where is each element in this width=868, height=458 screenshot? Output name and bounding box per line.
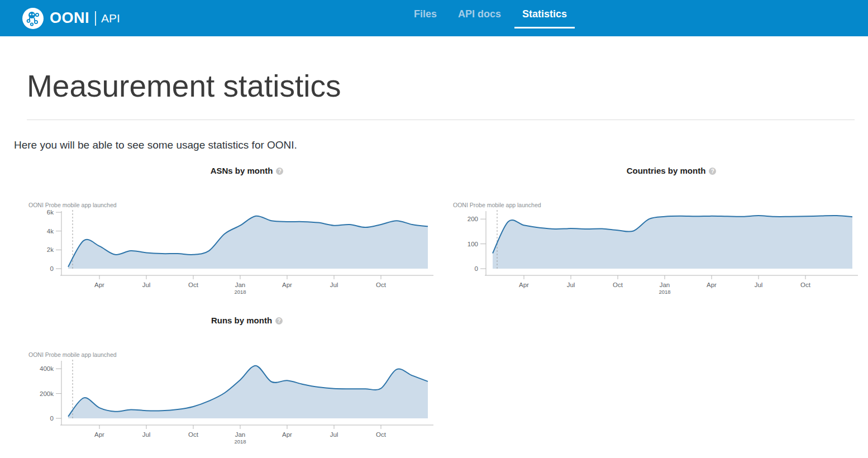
countries-chart-plot[interactable]: 0100200AprJulOctJan2018AprJulOctOONI Pro… <box>425 190 866 302</box>
svg-text:Apr: Apr <box>707 282 717 288</box>
nav-statistics[interactable]: Statistics <box>514 0 575 28</box>
brand-text: OONI <box>50 0 89 36</box>
svg-text:400k: 400k <box>40 365 54 372</box>
svg-text:Jul: Jul <box>142 431 151 438</box>
svg-text:Oct: Oct <box>188 282 199 288</box>
svg-text:Apr: Apr <box>94 282 104 288</box>
help-icon[interactable]: ? <box>275 317 283 325</box>
svg-text:Oct: Oct <box>188 431 199 438</box>
svg-text:Oct: Oct <box>376 282 387 288</box>
nav-files[interactable]: Files <box>406 0 445 28</box>
svg-text:4k: 4k <box>47 228 54 235</box>
header: OONI API Files API docs Statistics <box>0 0 868 36</box>
svg-text:Apr: Apr <box>94 431 104 438</box>
svg-text:Jan: Jan <box>235 431 246 438</box>
svg-text:6k: 6k <box>47 209 54 216</box>
svg-text:0: 0 <box>50 415 54 422</box>
svg-text:Oct: Oct <box>613 282 623 288</box>
asns-by-month-chart: ASNs by month? 02k4k6kAprJulOctJan2018Ap… <box>0 162 441 304</box>
svg-text:200k: 200k <box>40 390 54 397</box>
runs-chart-plot[interactable]: 0200k400kAprJulOctJan2018AprJulOctOONI P… <box>0 340 441 451</box>
svg-text:2018: 2018 <box>659 289 670 295</box>
logo-divider <box>95 11 96 26</box>
svg-text:Oct: Oct <box>800 282 811 288</box>
page: OONI API Files API docs Statistics Measu… <box>0 0 868 458</box>
svg-text:0: 0 <box>50 265 54 272</box>
countries-by-month-chart: Countries by month? 0100200AprJulOctJan2… <box>425 162 866 304</box>
svg-text:OONI Probe mobile app launched: OONI Probe mobile app launched <box>28 202 117 208</box>
svg-text:Jul: Jul <box>755 282 763 288</box>
asns-chart-plot[interactable]: 02k4k6kAprJulOctJan2018AprJulOctOONI Pro… <box>0 190 441 302</box>
svg-text:2018: 2018 <box>234 438 246 445</box>
svg-text:OONI Probe mobile app launched: OONI Probe mobile app launched <box>28 351 117 358</box>
svg-text:Jan: Jan <box>660 282 670 288</box>
chart-title-row: ASNs by month? <box>60 166 433 175</box>
ooni-logo[interactable]: OONI API <box>22 0 120 36</box>
svg-text:Jul: Jul <box>330 431 338 438</box>
main-nav: Files API docs Statistics <box>406 0 575 28</box>
svg-text:OONI Probe mobile app launched: OONI Probe mobile app launched <box>453 202 541 208</box>
svg-text:Apr: Apr <box>282 282 292 288</box>
svg-text:Oct: Oct <box>376 431 387 438</box>
svg-text:2018: 2018 <box>234 289 246 295</box>
svg-text:Jan: Jan <box>235 282 246 288</box>
heading-divider <box>27 120 855 120</box>
nav-api-docs[interactable]: API docs <box>450 0 509 28</box>
svg-text:Jul: Jul <box>330 282 338 288</box>
runs-by-month-chart: Runs by month? 0200k400kAprJulOctJan2018… <box>0 312 441 454</box>
brand-sub-text: API <box>101 12 120 25</box>
svg-text:100: 100 <box>468 241 478 247</box>
help-icon[interactable]: ? <box>709 168 716 175</box>
svg-text:0: 0 <box>475 265 478 272</box>
chart-title: Countries by month <box>627 166 706 175</box>
svg-text:Jul: Jul <box>142 282 151 288</box>
chart-title: Runs by month <box>211 316 272 325</box>
svg-text:Apr: Apr <box>519 282 529 288</box>
chart-title: ASNs by month <box>211 166 273 175</box>
svg-text:Apr: Apr <box>282 431 292 438</box>
intro-text: Here you will be able to see some usage … <box>14 139 297 151</box>
svg-text:2k: 2k <box>47 246 54 253</box>
page-title: Measurement statistics <box>27 68 341 104</box>
chart-title-row: Countries by month? <box>485 166 858 175</box>
ooni-octopus-icon <box>22 8 44 29</box>
svg-text:200: 200 <box>468 216 478 222</box>
svg-text:Jul: Jul <box>567 282 575 288</box>
chart-title-row: Runs by month? <box>60 316 433 325</box>
help-icon[interactable]: ? <box>276 168 283 175</box>
